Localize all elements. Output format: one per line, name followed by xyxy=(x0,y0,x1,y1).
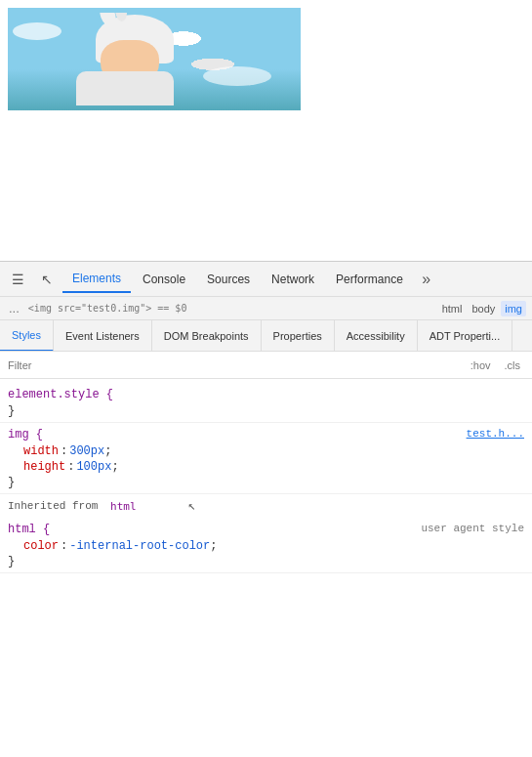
css-close-brace-element: } xyxy=(0,403,532,419)
breadcrumb-code[interactable]: <img src="test0.img"> == $0 xyxy=(24,301,191,315)
css-prop-name-color: color xyxy=(23,539,59,553)
styles-panel: element.style { } img { test.h... width … xyxy=(0,379,532,757)
subtab-styles[interactable]: Styles xyxy=(0,320,54,352)
css-prop-name-height: height xyxy=(23,460,65,474)
css-rule-img: img { test.h... width : 300px ; height :… xyxy=(0,423,532,494)
tab-elements[interactable]: Elements xyxy=(62,266,131,293)
page-content xyxy=(0,0,532,261)
filter-input[interactable] xyxy=(8,359,467,371)
tab-network[interactable]: Network xyxy=(262,266,324,293)
css-rule-header-html: html { user agent style xyxy=(0,521,532,538)
devtools-icon-1[interactable]: ☰ xyxy=(4,266,31,293)
hov-filter[interactable]: :hov xyxy=(467,357,495,373)
tab-sources[interactable]: Sources xyxy=(197,266,260,293)
character-clothes xyxy=(76,71,174,105)
breadcrumb-bar: ... <img src="test0.img"> == $0 html bod… xyxy=(0,297,532,320)
devtools-panel: ☰ ↖ Elements Console Sources Network Per… xyxy=(0,261,532,757)
css-rule-html: html { user agent style color : -interna… xyxy=(0,518,532,573)
inherited-label: Inherited from html ↖ xyxy=(0,494,532,518)
css-source-link[interactable]: test.h... xyxy=(467,428,524,440)
inherited-text: Inherited from xyxy=(8,500,98,512)
css-rule-header-img: img { test.h... xyxy=(0,426,532,443)
css-prop-height: height : 100px ; xyxy=(0,459,532,475)
cursor-icon: ↖ xyxy=(188,498,196,514)
css-prop-value-width: 300px xyxy=(69,444,104,458)
tab-performance[interactable]: Performance xyxy=(326,266,413,293)
anime-image xyxy=(8,8,301,110)
breadcrumb-html[interactable]: html xyxy=(438,301,467,316)
css-selector-html: html { xyxy=(8,523,50,536)
filter-bar: :hov .cls xyxy=(0,352,532,379)
devtools-inspect-icon[interactable]: ↖ xyxy=(33,266,61,293)
subtab-accessibility[interactable]: Accessibility xyxy=(335,320,418,352)
css-selector-img: img { xyxy=(8,428,43,442)
css-prop-value-height: 100px xyxy=(76,460,111,474)
css-semi-3: ; xyxy=(210,539,217,553)
subtab-properties[interactable]: Properties xyxy=(262,320,335,352)
cls-filter[interactable]: .cls xyxy=(501,357,525,373)
cloud-1 xyxy=(13,22,61,40)
inherited-tag: html xyxy=(110,500,137,513)
anime-character xyxy=(66,13,242,105)
breadcrumb-dots: ... xyxy=(6,301,22,315)
breadcrumb-body[interactable]: body xyxy=(468,301,499,316)
devtools-toolbar: ☰ ↖ Elements Console Sources Network Per… xyxy=(0,262,532,297)
css-prop-value-color: -internal-root-color xyxy=(69,539,210,553)
tab-console[interactable]: Console xyxy=(133,266,195,293)
subtab-dom-breakpoints[interactable]: DOM Breakpoints xyxy=(152,320,262,352)
styles-subtoolbar: Styles Event Listeners DOM Breakpoints P… xyxy=(0,320,532,352)
css-selector-element: element.style { xyxy=(8,388,113,401)
breadcrumb-img[interactable]: img xyxy=(501,301,526,316)
css-rule-element-style: element.style { } xyxy=(0,383,532,423)
css-semi-2: ; xyxy=(111,460,118,474)
css-rule-header-element: element.style { xyxy=(0,386,532,403)
filter-options: :hov .cls xyxy=(467,357,524,373)
css-prop-width: width : 300px ; xyxy=(0,443,532,459)
more-tabs-button[interactable]: » xyxy=(415,266,438,293)
css-prop-name-width: width xyxy=(23,444,59,458)
css-colon-1: : xyxy=(61,444,67,458)
css-prop-color: color : -internal-root-color ; xyxy=(0,538,532,554)
css-close-brace-img: } xyxy=(0,475,532,490)
css-colon-2: : xyxy=(67,460,74,474)
css-semi-1: ; xyxy=(104,444,111,458)
subtab-event-listeners[interactable]: Event Listeners xyxy=(54,320,152,352)
user-agent-label: user agent style xyxy=(421,523,524,534)
css-colon-3: : xyxy=(61,539,67,553)
subtab-adt[interactable]: ADT Properti... xyxy=(418,320,513,352)
css-close-brace-html: } xyxy=(0,554,532,569)
